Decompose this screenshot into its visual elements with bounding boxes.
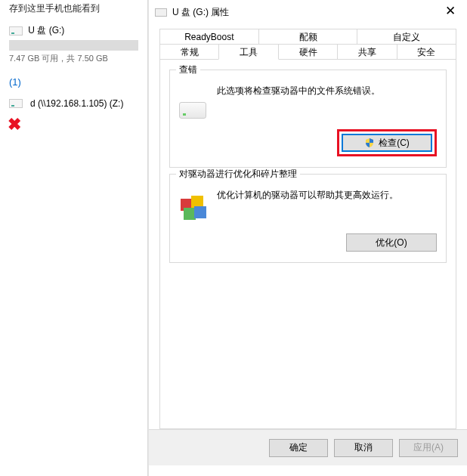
section-index: (1)	[9, 76, 138, 88]
tab-hardware[interactable]: 硬件	[278, 44, 338, 60]
drive-usage-bar	[9, 40, 138, 51]
network-drive-label: d (\\192.168.1.105) (Z:)	[30, 98, 123, 109]
check-desc: 此选项将检查驱动器中的文件系统错误。	[217, 84, 380, 97]
defrag-group: 对驱动器进行优化和碎片整理 优化计算机的驱动器可以帮助其更高效运行。 优化(O)	[169, 174, 447, 263]
titlebar: U 盘 (G:) 属性 ✕	[149, 0, 467, 24]
ok-button[interactable]: 确定	[269, 439, 328, 457]
check-button-label: 检查(C)	[379, 137, 410, 150]
tab-quota[interactable]: 配额	[258, 29, 358, 45]
disk-icon	[179, 91, 206, 116]
tabs: ReadyBoost 配额 自定义 常规 工具 硬件 共享 安全 查错 此选项将…	[159, 29, 456, 429]
drive-label: U 盘 (G:)	[28, 24, 64, 37]
defrag-icon	[179, 196, 206, 220]
check-group-title: 查错	[176, 63, 200, 76]
tab-sharing[interactable]: 共享	[337, 44, 397, 60]
drive-usage-text: 7.47 GB 可用，共 7.50 GB	[9, 53, 138, 64]
dialog-title: U 盘 (G:) 属性	[172, 6, 433, 19]
check-group: 查错 此选项将检查驱动器中的文件系统错误。	[169, 70, 447, 168]
apply-button[interactable]: 应用(A)	[399, 439, 458, 457]
defrag-group-title: 对驱动器进行优化和碎片整理	[176, 168, 300, 181]
tab-general[interactable]: 常规	[159, 44, 219, 60]
left-pane: 存到这里手机也能看到 U 盘 (G:) 7.47 GB 可用，共 7.50 GB…	[0, 0, 147, 476]
network-drive-item[interactable]: d (\\192.168.1.105) (Z:)	[9, 98, 138, 109]
tab-tools[interactable]: 工具	[218, 44, 278, 60]
tab-readyboost[interactable]: ReadyBoost	[159, 29, 259, 45]
network-drive-icon	[9, 99, 23, 108]
close-button[interactable]: ✕	[433, 1, 467, 23]
check-button[interactable]: 检查(C)	[342, 134, 432, 152]
tab-customize[interactable]: 自定义	[357, 29, 456, 45]
error-x-icon: ✖	[8, 115, 138, 134]
drive-item[interactable]: U 盘 (G:) 7.47 GB 可用，共 7.50 GB	[9, 24, 138, 64]
shield-icon	[364, 138, 375, 148]
optimize-button[interactable]: 优化(O)	[346, 233, 437, 252]
cancel-button[interactable]: 取消	[334, 439, 393, 457]
optimize-button-label: 优化(O)	[376, 236, 407, 249]
tab-content: 查错 此选项将检查驱动器中的文件系统错误。	[159, 59, 456, 429]
check-button-highlight: 检查(C)	[337, 129, 437, 156]
tab-security[interactable]: 安全	[397, 44, 456, 60]
properties-dialog: U 盘 (G:) 属性 ✕ ReadyBoost 配额 自定义 常规 工具 硬件…	[148, 0, 467, 476]
titlebar-drive-icon	[155, 8, 167, 17]
usb-drive-icon	[9, 26, 23, 36]
dialog-footer: 确定 取消 应用(A)	[149, 429, 467, 465]
defrag-desc: 优化计算机的驱动器可以帮助其更高效运行。	[217, 188, 398, 202]
bg-header-text: 存到这里手机也能看到	[9, 0, 138, 20]
